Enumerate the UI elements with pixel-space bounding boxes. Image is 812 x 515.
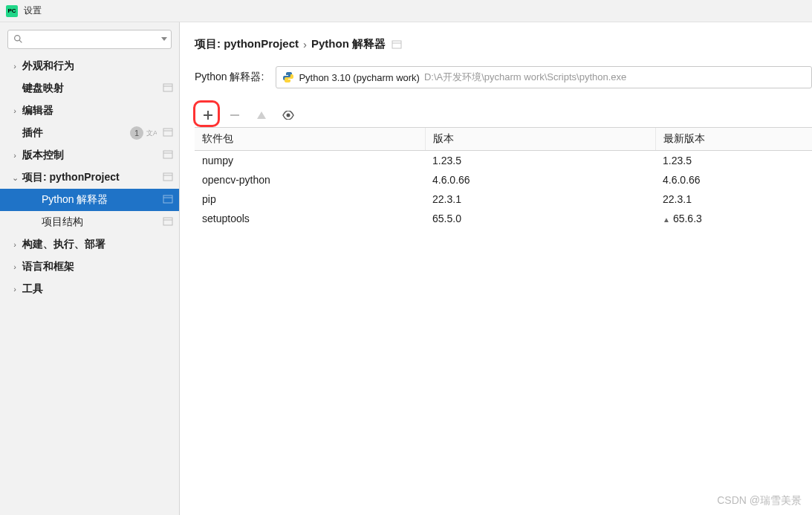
search-input[interactable] <box>7 30 172 49</box>
project-scope-icon <box>160 82 173 95</box>
project-scope-icon <box>392 39 402 50</box>
sidebar-item-1[interactable]: 键盘映射 <box>0 77 179 100</box>
cell-latest: 4.6.0.66 <box>655 170 812 190</box>
chevron-icon: › <box>10 285 19 294</box>
table-row[interactable]: pip22.3.122.3.1 <box>195 190 812 209</box>
svg-rect-2 <box>163 84 172 91</box>
upgrade-available-icon: ▲ <box>663 216 670 224</box>
search-icon <box>13 34 23 44</box>
sidebar-item-label: 项目: pythonProject <box>22 171 160 184</box>
interpreter-row: Python 解释器: Python 3.10 (pycharm work) D… <box>195 66 812 88</box>
sidebar-item-8[interactable]: ›构建、执行、部署 <box>0 233 179 256</box>
eye-icon <box>282 111 294 120</box>
package-toolbar <box>195 105 812 127</box>
sidebar-item-label: 编辑器 <box>22 104 173 117</box>
cell-package: opencv-python <box>195 170 425 190</box>
cell-latest: ▲65.6.3 <box>655 209 812 228</box>
col-package[interactable]: 软件包 <box>195 128 425 151</box>
badge: 1 <box>130 126 143 140</box>
cell-package: numpy <box>195 151 425 171</box>
chevron-icon: › <box>10 240 19 249</box>
sidebar-item-label: 语言和框架 <box>22 260 173 273</box>
remove-package-button[interactable] <box>227 108 242 123</box>
breadcrumb-page: Python 解释器 <box>311 37 386 51</box>
svg-rect-7 <box>163 151 172 158</box>
chevron-icon: ⌄ <box>10 173 19 183</box>
sidebar-item-9[interactable]: ›语言和框架 <box>0 256 179 278</box>
chevron-icon: › <box>10 151 19 160</box>
upgrade-package-button[interactable] <box>254 108 269 123</box>
sidebar-item-label: 构建、执行、部署 <box>22 238 173 251</box>
sidebar-item-label: 键盘映射 <box>22 82 160 95</box>
svg-rect-13 <box>163 218 172 225</box>
window-title: 设置 <box>24 4 42 17</box>
sidebar-item-6[interactable]: Python 解释器 <box>0 189 179 211</box>
cell-package: setuptools <box>195 209 425 228</box>
chevron-down-icon[interactable] <box>161 37 167 42</box>
language-icon: 文A <box>146 127 160 140</box>
cell-version: 22.3.1 <box>425 190 655 209</box>
add-package-button[interactable] <box>201 108 215 123</box>
sidebar-item-4[interactable]: ›版本控制 <box>0 144 179 166</box>
project-scope-icon <box>160 194 173 207</box>
sidebar-item-7[interactable]: 项目结构 <box>0 211 179 233</box>
project-scope-icon <box>160 172 173 184</box>
minus-icon <box>230 110 240 120</box>
sidebar-item-0[interactable]: ›外观和行为 <box>0 55 179 77</box>
chevron-icon: › <box>10 62 19 71</box>
svg-point-20 <box>287 114 290 117</box>
sidebar-item-label: 外观和行为 <box>22 59 173 73</box>
col-latest[interactable]: 最新版本 <box>655 128 812 151</box>
sidebar: ›外观和行为键盘映射›编辑器插件1文A›版本控制⌄项目: pythonProje… <box>0 22 180 515</box>
sidebar-item-5[interactable]: ⌄项目: pythonProject <box>0 166 179 189</box>
app-icon <box>6 5 18 17</box>
svg-rect-5 <box>163 129 172 136</box>
table-row[interactable]: numpy1.23.51.23.5 <box>195 151 812 171</box>
show-early-releases-button[interactable] <box>281 108 296 123</box>
sidebar-item-label: 插件 <box>22 126 130 140</box>
cell-version: 65.5.0 <box>425 209 655 228</box>
svg-rect-11 <box>163 195 172 203</box>
interpreter-name: Python 3.10 (pycharm work) <box>299 72 420 83</box>
package-table-wrap: 软件包 版本 最新版本 numpy1.23.51.23.5opencv-pyth… <box>195 127 812 515</box>
breadcrumb: 项目: pythonProject › Python 解释器 <box>195 37 812 51</box>
search-box <box>7 30 172 49</box>
cell-version: 1.23.5 <box>425 151 655 171</box>
sidebar-item-label: 工具 <box>22 282 173 296</box>
sidebar-item-3[interactable]: 插件1文A <box>0 122 179 144</box>
breadcrumb-separator: › <box>303 38 307 51</box>
interpreter-label: Python 解释器: <box>195 71 264 84</box>
col-version[interactable]: 版本 <box>425 128 655 151</box>
project-scope-icon <box>160 216 173 229</box>
svg-point-0 <box>15 36 20 41</box>
package-table: 软件包 版本 最新版本 numpy1.23.51.23.5opencv-pyth… <box>195 128 812 228</box>
project-scope-icon <box>160 149 173 162</box>
cell-latest: 22.3.1 <box>655 190 812 209</box>
chevron-icon: › <box>10 106 19 115</box>
sidebar-item-10[interactable]: ›工具 <box>0 278 179 300</box>
chevron-icon: › <box>10 262 19 271</box>
interpreter-path: D:\A开发环境\pycharm work\Scripts\python.exe <box>424 71 626 84</box>
sidebar-item-label: 项目结构 <box>42 216 160 229</box>
plus-icon <box>203 110 213 120</box>
svg-rect-15 <box>392 41 401 48</box>
titlebar: 设置 <box>0 0 812 22</box>
upgrade-icon <box>257 111 266 119</box>
cell-package: pip <box>195 190 425 209</box>
python-icon <box>282 71 294 83</box>
sidebar-item-label: 版本控制 <box>22 149 160 162</box>
main-panel: 项目: pythonProject › Python 解释器 Python 解释… <box>180 22 812 515</box>
interpreter-dropdown[interactable]: Python 3.10 (pycharm work) D:\A开发环境\pych… <box>276 66 812 88</box>
svg-text:文A: 文A <box>146 129 157 137</box>
sidebar-item-label: Python 解释器 <box>42 193 160 207</box>
project-scope-icon <box>160 127 173 140</box>
breadcrumb-project: 项目: pythonProject <box>195 37 299 51</box>
container: ›外观和行为键盘映射›编辑器插件1文A›版本控制⌄项目: pythonProje… <box>0 22 812 515</box>
settings-tree: ›外观和行为键盘映射›编辑器插件1文A›版本控制⌄项目: pythonProje… <box>0 55 179 515</box>
table-row[interactable]: setuptools65.5.0▲65.6.3 <box>195 209 812 228</box>
sidebar-item-2[interactable]: ›编辑器 <box>0 100 179 122</box>
svg-line-1 <box>19 40 22 42</box>
cell-latest: 1.23.5 <box>655 151 812 171</box>
watermark: CSDN @瑞雪美景 <box>717 494 802 508</box>
table-row[interactable]: opencv-python4.6.0.664.6.0.66 <box>195 170 812 190</box>
